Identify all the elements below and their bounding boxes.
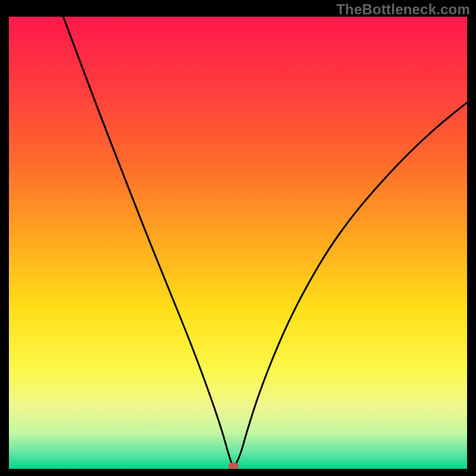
bottleneck-chart [9,17,467,469]
watermark-text: TheBottleneck.com [336,1,470,18]
gradient-background [9,17,467,469]
chart-frame: TheBottleneck.com [0,0,476,476]
